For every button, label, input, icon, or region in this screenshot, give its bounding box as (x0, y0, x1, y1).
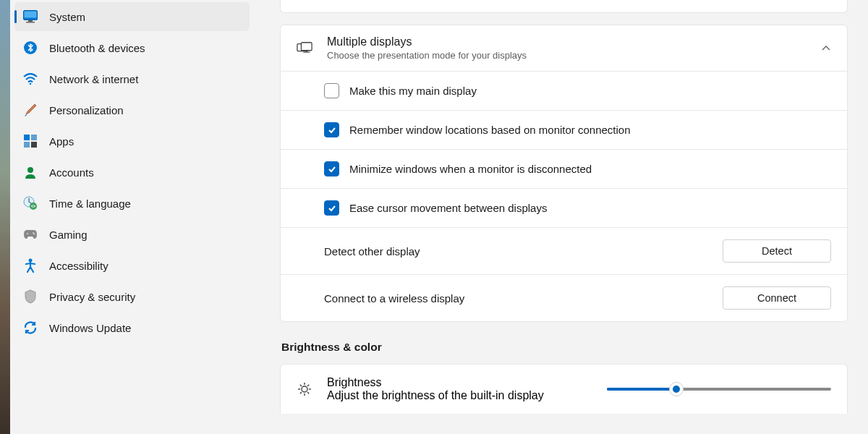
wallpaper-edge (0, 0, 10, 434)
svg-rect-3 (26, 22, 35, 23)
accessibility-icon (23, 258, 38, 273)
sidebar: System Bluetooth & devices Network & int… (0, 0, 257, 434)
sidebar-item-label: Windows Update (49, 322, 131, 334)
row-detect: Detect other display Detect (281, 228, 847, 274)
wifi-icon (23, 72, 38, 86)
sidebar-item-label: Network & internet (49, 73, 138, 85)
checkbox-minimize-disconnect[interactable] (324, 161, 339, 176)
svg-line-27 (307, 392, 309, 393)
label-ease-cursor: Ease cursor movement between displays (349, 202, 547, 214)
checkbox-ease-cursor[interactable] (324, 200, 339, 216)
brightness-card[interactable]: Brightness Adjust the brightness of the … (280, 364, 848, 414)
bluetooth-icon (23, 41, 38, 55)
svg-point-14 (33, 232, 34, 234)
brightness-section-heading: Brightness & color (281, 341, 848, 354)
sidebar-item-label: Time & language (49, 197, 131, 210)
label-wireless: Connect to a wireless display (324, 292, 464, 305)
gamepad-icon (23, 227, 38, 242)
svg-rect-1 (25, 12, 37, 18)
sidebar-item-accessibility[interactable]: Accessibility (14, 251, 250, 280)
multiple-displays-title: Multiple displays (327, 35, 821, 48)
svg-rect-7 (31, 135, 37, 140)
svg-rect-19 (305, 50, 308, 51)
multiple-displays-header[interactable]: Multiple displays Choose the presentatio… (281, 25, 847, 71)
sidebar-item-gaming[interactable]: Gaming (14, 220, 250, 249)
sidebar-item-system[interactable]: System (14, 2, 250, 31)
svg-rect-6 (24, 135, 30, 140)
chevron-up-icon (821, 42, 831, 55)
connect-button[interactable]: Connect (723, 286, 831, 310)
sidebar-item-label: Privacy & security (49, 291, 135, 303)
svg-line-29 (307, 385, 309, 386)
svg-rect-8 (24, 142, 30, 148)
update-icon (23, 320, 38, 335)
sidebar-item-privacy[interactable]: Privacy & security (14, 282, 250, 311)
svg-line-26 (300, 385, 302, 386)
row-remember-locations: Remember window locations based on monit… (281, 111, 847, 149)
checkbox-remember-locations[interactable] (324, 122, 339, 137)
svg-point-21 (302, 386, 307, 392)
slider-thumb[interactable] (669, 382, 684, 396)
sidebar-item-apps[interactable]: Apps (14, 127, 250, 156)
multiple-displays-card: Multiple displays Choose the presentatio… (280, 25, 848, 322)
svg-rect-18 (301, 42, 312, 50)
apps-icon (23, 134, 38, 148)
brightness-icon (297, 381, 312, 397)
svg-point-13 (27, 233, 28, 234)
svg-point-5 (30, 83, 32, 85)
svg-point-15 (34, 234, 35, 235)
row-main-display: Make this my main display (281, 72, 847, 110)
multiple-displays-subtitle: Choose the presentation mode for your di… (327, 50, 821, 61)
brightness-subtitle: Adjust the brightness of the built-in di… (327, 389, 607, 402)
label-minimize-disconnect: Minimize windows when a monitor is disco… (349, 163, 592, 175)
previous-card-bottom (280, 0, 848, 13)
slider-fill (607, 388, 676, 391)
svg-point-12 (30, 203, 37, 210)
sidebar-item-update[interactable]: Windows Update (14, 313, 250, 342)
row-wireless: Connect to a wireless display Connect (281, 275, 847, 321)
sidebar-item-label: Apps (49, 135, 74, 148)
sidebar-item-label: Accounts (49, 166, 94, 179)
detect-button[interactable]: Detect (723, 239, 831, 263)
sidebar-item-label: Gaming (49, 229, 88, 241)
label-main-display: Make this my main display (349, 85, 477, 97)
brightness-slider[interactable] (607, 382, 831, 396)
label-remember-locations: Remember window locations based on monit… (349, 124, 631, 136)
paintbrush-icon (23, 103, 38, 117)
shield-icon (23, 289, 38, 304)
sidebar-item-time[interactable]: Time & language (14, 189, 250, 218)
sidebar-item-network[interactable]: Network & internet (14, 64, 250, 93)
main-content: Multiple displays Choose the presentatio… (257, 0, 868, 434)
sidebar-item-label: Personalization (49, 104, 124, 116)
sidebar-item-label: Accessibility (49, 260, 109, 272)
clock-globe-icon (23, 196, 38, 210)
svg-point-16 (29, 259, 33, 263)
svg-rect-20 (303, 51, 310, 52)
sidebar-item-accounts[interactable]: Accounts (14, 158, 250, 187)
label-detect: Detect other display (324, 245, 420, 258)
system-icon (23, 9, 38, 24)
brightness-title: Brightness (327, 376, 607, 389)
svg-line-28 (300, 392, 302, 393)
checkbox-main-display[interactable] (324, 83, 339, 98)
sidebar-item-bluetooth[interactable]: Bluetooth & devices (14, 33, 250, 62)
row-minimize-disconnect: Minimize windows when a monitor is disco… (281, 150, 847, 188)
svg-point-10 (27, 167, 33, 173)
svg-rect-2 (28, 20, 33, 22)
sidebar-item-personalization[interactable]: Personalization (14, 95, 250, 124)
person-icon (23, 165, 38, 179)
svg-rect-9 (31, 142, 37, 148)
row-ease-cursor: Ease cursor movement between displays (281, 189, 847, 227)
sidebar-item-label: Bluetooth & devices (49, 42, 145, 54)
sidebar-item-label: System (49, 11, 85, 23)
displays-icon (297, 41, 312, 56)
brightness-slider-wrap (607, 382, 831, 396)
